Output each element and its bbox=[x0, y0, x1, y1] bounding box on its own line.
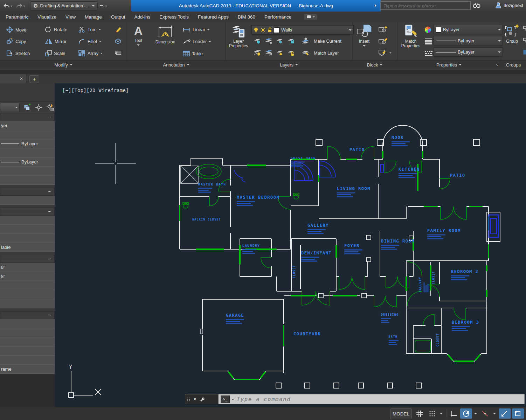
search-binoculars-icon[interactable] bbox=[473, 3, 480, 8]
palette-section-header[interactable]: − bbox=[0, 255, 55, 263]
modify-panel-footer[interactable]: Modify bbox=[0, 60, 127, 69]
linear-button[interactable]: Linear bbox=[183, 27, 209, 32]
rotate-button[interactable]: Rotate bbox=[45, 26, 67, 33]
select-objects-icon[interactable] bbox=[46, 103, 55, 112]
offset-button[interactable] bbox=[114, 50, 122, 56]
palette-row[interactable]: ByLayer bbox=[0, 158, 55, 167]
make-current-label[interactable]: Make Current bbox=[314, 38, 341, 44]
undo-dropdown[interactable] bbox=[11, 6, 13, 8]
trim-dropdown[interactable] bbox=[99, 29, 101, 31]
workspace-switcher[interactable]: ⚙ Drafting & Annotation -... bbox=[30, 1, 98, 10]
recent-commands-caret[interactable] bbox=[232, 399, 234, 401]
ribbon-display-button[interactable] bbox=[304, 14, 317, 20]
osnap-dropdown[interactable] bbox=[525, 408, 526, 419]
redo-button[interactable] bbox=[15, 3, 27, 9]
polar-tracking-button[interactable] bbox=[460, 408, 472, 419]
customize-wrench-icon[interactable] bbox=[200, 397, 205, 402]
group-button[interactable]: Group bbox=[503, 24, 521, 44]
ribbon-tab-bim-360[interactable]: BIM 360 bbox=[238, 14, 255, 20]
palette-row[interactable] bbox=[0, 319, 55, 328]
qat-customize-button[interactable] bbox=[98, 5, 104, 7]
new-object-icon[interactable] bbox=[23, 104, 31, 111]
linear-dropdown[interactable] bbox=[207, 29, 209, 31]
ribbon-tab-parametric[interactable]: Parametric bbox=[6, 14, 28, 20]
match-properties-button[interactable]: Match Properties bbox=[400, 24, 422, 48]
layer-unisolate-icon[interactable] bbox=[265, 38, 272, 44]
palette-row[interactable] bbox=[0, 299, 55, 308]
layer-combo-caret[interactable] bbox=[349, 29, 352, 32]
groups-panel-footer[interactable]: Groups bbox=[501, 60, 526, 69]
tab-close-icon[interactable]: ✕ bbox=[20, 76, 23, 81]
qat-customize-caret[interactable] bbox=[105, 6, 107, 8]
search-input[interactable] bbox=[380, 1, 471, 10]
palette-row[interactable]: ByLayer bbox=[0, 139, 55, 148]
grid-display-button[interactable] bbox=[414, 408, 425, 419]
linetype-combo[interactable]: ByLayer bbox=[434, 47, 503, 57]
layers-panel-footer[interactable]: Layers bbox=[226, 60, 352, 69]
palette-row[interactable] bbox=[0, 225, 55, 234]
palette-row[interactable] bbox=[0, 130, 55, 139]
layer-thaw-all-icon[interactable] bbox=[276, 50, 284, 56]
ribbon-tab-featured-apps[interactable]: Featured Apps bbox=[198, 14, 229, 20]
scale-button[interactable]: Scale bbox=[45, 50, 65, 56]
explode-button[interactable] bbox=[114, 38, 122, 44]
layer-properties-button[interactable]: Layer Properties bbox=[228, 25, 249, 48]
palette-row[interactable] bbox=[0, 167, 55, 176]
edit-attributes-button[interactable] bbox=[378, 49, 392, 56]
ortho-mode-button[interactable] bbox=[448, 408, 459, 419]
palette-row[interactable]: 8" bbox=[0, 272, 55, 281]
properties-expander-icon[interactable]: ↘ bbox=[496, 63, 499, 67]
palette-selection-dropdown[interactable] bbox=[0, 103, 20, 112]
command-input[interactable] bbox=[236, 396, 522, 403]
collapse-icon[interactable]: − bbox=[48, 114, 51, 120]
collapse-icon[interactable]: − bbox=[48, 209, 51, 214]
edit-block-button[interactable] bbox=[378, 37, 387, 44]
object-color-combo[interactable]: ByLayer bbox=[434, 25, 503, 34]
isometric-drafting-button[interactable] bbox=[479, 408, 491, 419]
trim-button[interactable]: Trim bbox=[78, 26, 101, 33]
palette-row[interactable]: yer bbox=[0, 121, 55, 130]
palette-row[interactable]: rame bbox=[0, 365, 55, 374]
palette-row[interactable] bbox=[0, 356, 55, 365]
command-close-icon[interactable]: ✕ bbox=[193, 397, 197, 402]
annotation-panel-footer[interactable]: Annotation bbox=[127, 60, 226, 69]
collapse-icon[interactable]: − bbox=[48, 313, 51, 318]
properties-panel-footer[interactable]: Properties ↘ bbox=[397, 60, 501, 69]
group-edit-button[interactable] bbox=[523, 37, 526, 43]
stretch-button[interactable]: Stretch bbox=[6, 50, 30, 56]
palette-row[interactable]: 8" bbox=[0, 263, 55, 272]
leader-dropdown[interactable] bbox=[209, 41, 211, 43]
array-dropdown[interactable] bbox=[101, 53, 103, 55]
leader-button[interactable]: Leader bbox=[183, 39, 211, 44]
color-wheel-icon[interactable] bbox=[424, 26, 431, 33]
ribbon-tab-add-ins[interactable]: Add-ins bbox=[134, 14, 150, 20]
ribbon-tab-output[interactable]: Output bbox=[111, 14, 125, 20]
command-line-grip[interactable]: ✕ bbox=[185, 394, 219, 404]
undo-button[interactable] bbox=[2, 3, 14, 9]
ribbon-tab-view[interactable]: View bbox=[65, 14, 76, 20]
layer-lock-icon[interactable] bbox=[287, 38, 295, 44]
collapse-icon[interactable]: − bbox=[48, 256, 51, 261]
palette-row[interactable] bbox=[0, 328, 55, 337]
collapse-icon[interactable]: − bbox=[48, 189, 51, 194]
ribbon-tab-visualize[interactable]: Visualize bbox=[37, 14, 56, 20]
insert-button[interactable]: Insert bbox=[355, 24, 373, 47]
lineweight-combo[interactable]: ByLayer bbox=[434, 36, 503, 46]
model-space-button[interactable]: MODEL bbox=[390, 408, 412, 419]
palette-row[interactable] bbox=[0, 234, 55, 243]
quick-select-icon[interactable] bbox=[35, 104, 42, 111]
drawing-file-tab[interactable]: ✕ bbox=[0, 74, 26, 83]
mirror-button[interactable]: Mirror bbox=[45, 38, 67, 44]
layer-on-all-icon[interactable] bbox=[265, 50, 272, 56]
layer-unlock-all-icon[interactable] bbox=[287, 50, 295, 56]
copy-button[interactable]: Copy bbox=[6, 38, 26, 44]
array-button[interactable]: Array bbox=[78, 50, 103, 56]
palette-row[interactable] bbox=[0, 346, 55, 356]
layer-off-icon[interactable] bbox=[254, 50, 261, 56]
table-button[interactable]: Table bbox=[183, 51, 203, 56]
fillet-button[interactable]: Fillet bbox=[78, 38, 101, 44]
layer-combo[interactable]: Walls bbox=[251, 25, 354, 35]
snap-mode-button[interactable] bbox=[427, 408, 438, 419]
linetype-icon[interactable] bbox=[424, 51, 433, 56]
username[interactable]: dezignext bbox=[504, 3, 523, 8]
